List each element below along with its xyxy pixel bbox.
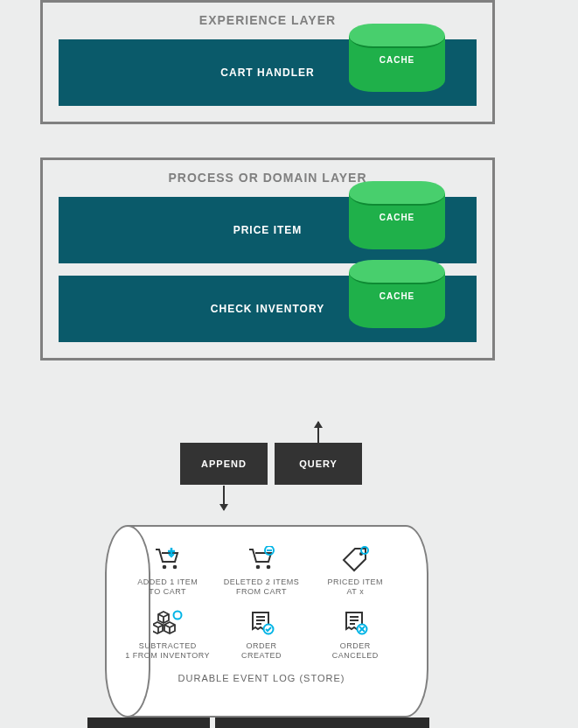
cache-label: CACHE [349, 291, 445, 301]
cart-handler-bar: CART HANDLER CACHE [59, 39, 477, 106]
event-label: PRICED ITEM AT x [312, 578, 399, 598]
event-order-created: ORDER CREATED [218, 608, 304, 662]
append-button[interactable]: APPEND [180, 443, 268, 485]
cart-remove-icon [218, 544, 304, 574]
event-label: ORDER CREATED [218, 641, 304, 662]
cache-cylinder: CACHE [349, 260, 445, 328]
event-label: DELETED 2 ITEMS FROM CART [218, 578, 304, 598]
event-label: ADDED 1 ITEM TO CART [124, 578, 211, 598]
svg-point-2 [256, 565, 261, 570]
button-label: QUERY [299, 458, 338, 469]
cache-label: CACHE [349, 55, 445, 65]
event-added-to-cart: ADDED 1 ITEM TO CART [124, 544, 211, 598]
bottom-strip [87, 718, 429, 728]
cache-cylinder: CACHE [349, 181, 445, 249]
event-label: ORDER CANCELED [312, 641, 399, 662]
event-log-store: ADDED 1 ITEM TO CART DELETED 2 ITEMS FRO… [105, 525, 428, 718]
cache-cylinder: CACHE [349, 24, 445, 92]
svg-point-7 [173, 611, 181, 619]
tag-icon [312, 544, 399, 574]
arrow-up-icon [317, 422, 319, 443]
event-log-title: DURABLE EVENT LOG (STORE) [124, 673, 399, 683]
event-order-canceled: ORDER CANCELED [312, 608, 399, 662]
order-ok-icon [218, 608, 304, 638]
price-item-bar: PRICE ITEM CACHE [59, 197, 477, 263]
query-button[interactable]: QUERY [275, 443, 362, 485]
event-grid: ADDED 1 ITEM TO CART DELETED 2 ITEMS FRO… [124, 544, 399, 661]
boxes-icon [124, 608, 211, 638]
svg-point-3 [267, 565, 271, 570]
cart-add-icon [124, 544, 211, 574]
svg-point-1 [172, 565, 177, 570]
event-priced-item: PRICED ITEM AT x [312, 544, 399, 598]
svg-point-0 [162, 565, 166, 570]
event-label: SUBTRACTED 1 FROM INVENTORY [124, 641, 211, 662]
arrow-down-icon [223, 486, 225, 510]
process-layer: PROCESS OR DOMAIN LAYER PRICE ITEM CACHE… [40, 158, 495, 360]
event-subtracted-inventory: SUBTRACTED 1 FROM INVENTORY [124, 608, 211, 662]
event-deleted-from-cart: DELETED 2 ITEMS FROM CART [218, 544, 304, 598]
button-label: APPEND [201, 458, 247, 469]
check-inventory-bar: CHECK INVENTORY CACHE [59, 276, 477, 342]
cache-label: CACHE [349, 213, 445, 222]
experience-layer: EXPERIENCE LAYER CART HANDLER CACHE [40, 0, 495, 124]
order-cancel-icon [312, 608, 399, 638]
